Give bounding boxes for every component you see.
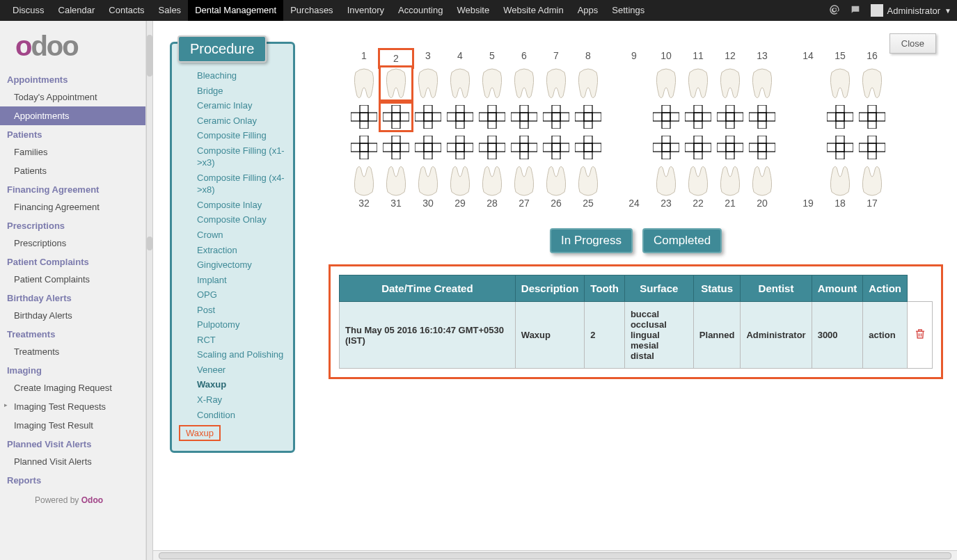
tooth-surface-upper-8[interactable] (572, 103, 604, 131)
tooth-lower-19[interactable] (792, 164, 824, 198)
tooth-surface-lower-28[interactable] (476, 134, 508, 161)
delete-button[interactable] (908, 302, 933, 369)
tooth-lower-23[interactable] (650, 164, 682, 198)
tooth-surface-upper-13[interactable] (746, 103, 778, 131)
at-icon[interactable] (829, 4, 840, 17)
tooth-surface-lower-30[interactable] (412, 134, 444, 161)
procedure-item[interactable]: Gingivectomy (197, 257, 286, 273)
user-menu[interactable]: Administrator ▼ (871, 4, 951, 17)
procedure-item[interactable]: Bridge (197, 83, 286, 99)
tooth-surface-lower-20[interactable] (746, 134, 778, 161)
tooth-surface-upper-5[interactable] (476, 103, 508, 131)
procedure-item[interactable]: Ceramic Onlay (197, 113, 286, 129)
tooth-upper-13[interactable] (746, 67, 778, 100)
sidebar-item-birthday-alerts[interactable]: Birthday Alerts (0, 306, 145, 325)
sidebar-item-appointments[interactable]: Appointments (0, 106, 145, 125)
tooth-upper-15[interactable] (824, 67, 856, 100)
tooth-surface-lower-31[interactable] (380, 134, 412, 161)
sidebar-item-prescriptions[interactable]: Prescriptions (0, 234, 145, 253)
tooth-upper-1[interactable] (348, 67, 380, 100)
topnav-item-dental-management[interactable]: Dental Management (188, 0, 283, 21)
topnav-item-website-admin[interactable]: Website Admin (496, 0, 570, 21)
tooth-surface-upper-14[interactable] (792, 103, 824, 131)
topnav-item-settings[interactable]: Settings (605, 0, 651, 21)
tooth-upper-8[interactable] (572, 67, 604, 100)
tooth-lower-17[interactable] (856, 164, 888, 198)
topnav-item-purchases[interactable]: Purchases (283, 0, 340, 21)
topnav-item-website[interactable]: Website (450, 0, 496, 21)
tooth-lower-24[interactable] (618, 164, 650, 198)
tooth-surface-lower-21[interactable] (714, 134, 746, 161)
procedure-item[interactable]: Scaling and Polishing (197, 347, 286, 362)
tooth-upper-6[interactable] (508, 67, 540, 100)
tooth-upper-9[interactable] (618, 67, 650, 100)
procedure-item[interactable]: Composite Filling (197, 128, 286, 143)
tooth-surface-lower-26[interactable] (540, 134, 572, 161)
tooth-surface-lower-27[interactable] (508, 134, 540, 161)
tooth-upper-16[interactable] (856, 67, 888, 100)
sidebar-item-imaging-test-requests[interactable]: Imaging Test Requests (0, 397, 145, 416)
tooth-surface-lower-22[interactable] (682, 134, 714, 161)
tooth-upper-2[interactable] (380, 67, 412, 100)
tooth-surface-lower-17[interactable] (856, 134, 888, 161)
sidebar-item-planned-visit-alerts[interactable]: Planned Visit Alerts (0, 452, 145, 471)
sidebar-item-create-imaging-request[interactable]: Create Imaging Request (0, 378, 145, 397)
tooth-lower-28[interactable] (476, 164, 508, 198)
in-progress-button[interactable]: In Progress (550, 228, 633, 253)
procedure-item[interactable]: Pulpotomy (197, 317, 286, 333)
tooth-surface-lower-32[interactable] (348, 134, 380, 161)
topnav-item-apps[interactable]: Apps (571, 0, 606, 21)
procedure-item[interactable]: Composite Inlay (197, 198, 286, 213)
tooth-upper-7[interactable] (540, 67, 572, 100)
tooth-surface-upper-9[interactable] (618, 103, 650, 131)
tooth-upper-14[interactable] (792, 67, 824, 100)
tooth-surface-upper-10[interactable] (650, 103, 682, 131)
tooth-surface-lower-29[interactable] (444, 134, 476, 161)
topnav-item-calendar[interactable]: Calendar (52, 0, 102, 21)
procedure-item[interactable]: Composite Filling (x1->x3) (197, 143, 286, 170)
tooth-surface-upper-3[interactable] (412, 103, 444, 131)
tooth-surface-lower-23[interactable] (650, 134, 682, 161)
tooth-upper-4[interactable] (444, 67, 476, 100)
sidebar-item-financing-agreement[interactable]: Financing Agreement (0, 198, 145, 216)
sidebar-scrollbar[interactable] (146, 21, 153, 560)
tooth-lower-26[interactable] (540, 164, 572, 198)
tooth-surface-upper-4[interactable] (444, 103, 476, 131)
tooth-surface-upper-12[interactable] (714, 103, 746, 131)
procedure-item[interactable]: RCT (197, 333, 286, 348)
procedure-item[interactable]: Bleaching (197, 68, 286, 83)
procedure-item[interactable]: Implant (197, 273, 286, 288)
sidebar-item-families[interactable]: Families (0, 143, 145, 161)
sidebar-item-imaging-test-result[interactable]: Imaging Test Result (0, 416, 145, 435)
procedure-item[interactable]: Crown (197, 227, 286, 243)
tooth-surface-upper-2[interactable] (380, 103, 412, 131)
tooth-surface-lower-19[interactable] (792, 134, 824, 161)
tooth-upper-3[interactable] (412, 67, 444, 100)
procedure-item[interactable]: Veneer (197, 362, 286, 378)
horizontal-scrollbar[interactable] (153, 550, 957, 560)
procedure-item[interactable]: Post (197, 303, 286, 318)
completed-button[interactable]: Completed (642, 228, 722, 253)
sidebar-item-treatments[interactable]: Treatments (0, 342, 145, 361)
tooth-lower-29[interactable] (444, 164, 476, 198)
tooth-lower-25[interactable] (572, 164, 604, 198)
sidebar-item-today-s-appointment[interactable]: Today's Appointment (0, 88, 145, 106)
procedure-item[interactable]: X-Ray (197, 392, 286, 408)
procedure-item[interactable]: Composite Filling (x4->x8) (197, 170, 286, 198)
tooth-surface-lower-24[interactable] (618, 134, 650, 161)
sidebar-item-patient-complaints[interactable]: Patient Complaints (0, 270, 145, 289)
procedure-item[interactable]: Composite Onlay (197, 212, 286, 227)
chat-icon[interactable] (850, 4, 861, 17)
topnav-item-inventory[interactable]: Inventory (340, 0, 391, 21)
tooth-surface-upper-15[interactable] (824, 103, 856, 131)
tooth-upper-10[interactable] (650, 67, 682, 100)
tooth-lower-22[interactable] (682, 164, 714, 198)
tooth-surface-upper-1[interactable] (348, 103, 380, 131)
topnav-item-discuss[interactable]: Discuss (6, 0, 52, 21)
tooth-surface-upper-6[interactable] (508, 103, 540, 131)
tooth-surface-lower-25[interactable] (572, 134, 604, 161)
procedure-item[interactable]: Ceramic Inlay (197, 98, 286, 113)
tooth-surface-upper-7[interactable] (540, 103, 572, 131)
tooth-lower-31[interactable] (380, 164, 412, 198)
procedure-item[interactable]: Waxup (197, 377, 286, 392)
